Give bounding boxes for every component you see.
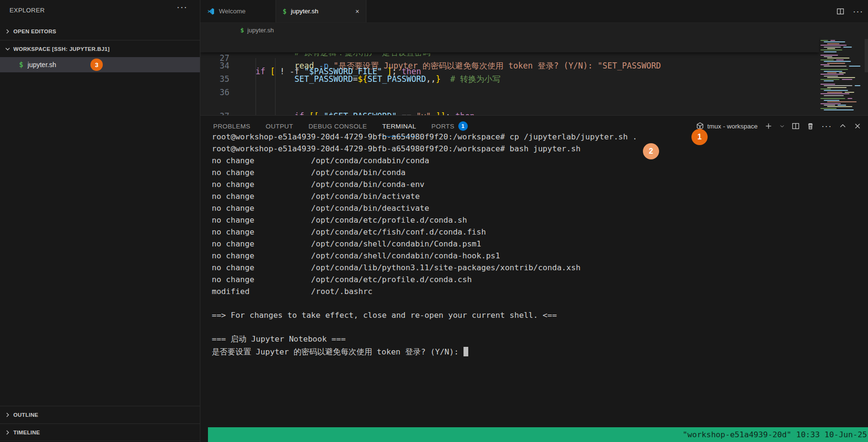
terminal-line: 是否要设置 Jupyter 的密码以避免每次使用 token 登录? (Y/N)… xyxy=(212,345,868,357)
terminal-line: ==> For changes to take effect, close an… xyxy=(212,309,868,321)
tab-welcome-label: Welcome xyxy=(219,8,246,15)
sidebar-section-open-editors[interactable]: OPEN EDITORS xyxy=(0,23,200,40)
minimap-line xyxy=(820,55,838,56)
panel-tab-label: TERMINAL xyxy=(382,123,416,130)
terminal-line: no change /opt/conda/bin/conda-env xyxy=(212,178,868,190)
minimap-line xyxy=(842,79,852,80)
panel-tab-label: DEBUG CONSOLE xyxy=(308,123,367,130)
minimap-line xyxy=(820,69,848,70)
explorer-title: EXPLORER xyxy=(10,7,45,14)
code-row: 36 xyxy=(200,86,819,99)
panel-more-icon[interactable]: ··· xyxy=(821,122,832,130)
minimap-line xyxy=(824,51,837,52)
terminal-line: no change /opt/conda/shell/condabin/Cond… xyxy=(212,238,868,250)
maximize-panel-chevron-up-icon[interactable] xyxy=(839,122,847,130)
breadcrumb[interactable]: $ jupyter.sh xyxy=(200,23,868,37)
editor-scrollbar[interactable] xyxy=(865,39,868,72)
kill-terminal-trash-icon[interactable] xyxy=(807,122,814,130)
terminal-line: === 启动 Jupyter Notebook === xyxy=(212,333,868,345)
outline-label: OUTLINE xyxy=(13,412,39,418)
code-row: # 原有逻辑：提示用户 是否设置密码 xyxy=(200,53,819,59)
tmux-status-bar: [0] 0:bash* "workshop-e51a4939-20d" 10:3… xyxy=(208,427,868,442)
minimap-line xyxy=(824,85,852,86)
terminal-profile-select[interactable]: $ tmux - workspace xyxy=(696,122,758,130)
code-token: if xyxy=(256,67,270,76)
explorer-more-icon[interactable]: ··· xyxy=(177,3,187,10)
annotation-badge-2: 2 xyxy=(643,143,659,159)
tab-welcome[interactable]: Welcome xyxy=(200,0,276,22)
sticky-scroll-line[interactable]: 27 if [ ! -f "$PASSWORD_FILE" ]; then xyxy=(200,37,819,52)
minimap-line xyxy=(824,95,844,96)
minimap-line xyxy=(824,80,834,81)
shell-file-icon: $ xyxy=(283,8,286,15)
minimap-line xyxy=(843,47,852,48)
code-editor[interactable]: 27 if [ ! -f "$PASSWORD_FILE" ]; then # … xyxy=(200,37,868,115)
shell-file-icon: $ xyxy=(19,60,23,69)
code-token: then xyxy=(455,111,475,115)
vscode-window: EXPLORER ··· OPEN EDITORS WORKSPACE [SSH… xyxy=(0,0,868,442)
minimap-line xyxy=(827,106,852,107)
terminal-line: no change /opt/conda/bin/deactivate xyxy=(212,202,868,214)
sidebar-section-workspace[interactable]: WORKSPACE [SSH: JUPYTER.BJ1] xyxy=(0,41,200,57)
sidebar-section-timeline[interactable]: TIMELINE xyxy=(0,423,200,441)
code-token: ]] xyxy=(436,111,445,115)
minimap-line xyxy=(848,98,852,99)
split-editor-icon[interactable] xyxy=(837,8,844,15)
breadcrumb-file: jupyter.sh xyxy=(247,27,274,34)
code-viewport: # 原有逻辑：提示用户 是否设置密码34read -p "是否要设置 Jupyt… xyxy=(200,53,819,115)
minimap-line xyxy=(830,40,835,41)
minimap-line xyxy=(827,43,839,44)
timeline-label: TIMELINE xyxy=(13,430,40,435)
minimap-line xyxy=(824,41,845,42)
terminal-line: no change /opt/conda/bin/conda xyxy=(212,167,868,178)
minimap-line xyxy=(820,59,834,60)
tab-jupyter-sh[interactable]: $ jupyter.sh × xyxy=(276,0,366,22)
close-panel-icon[interactable] xyxy=(854,122,861,130)
code-token: # 转换为小写 xyxy=(450,74,500,84)
minimap-line xyxy=(827,72,837,73)
tmux-host-clock: "workshop-e51a4939-20d" 10:33 10-Jun-25 xyxy=(683,427,867,442)
editor-more-icon[interactable]: ··· xyxy=(853,8,863,15)
split-terminal-icon[interactable] xyxy=(792,122,799,130)
terminal-output[interactable]: root@workshop-e51a4939-20d4-4729-9bfb-a6… xyxy=(212,131,868,442)
minimap-line xyxy=(820,49,842,50)
chevron-right-icon xyxy=(4,411,11,419)
terminal-line xyxy=(212,297,868,309)
code-token: # 原有逻辑：提示用户 是否设置密码 xyxy=(295,53,431,57)
minimap-line xyxy=(824,66,847,67)
bottom-panel: PROBLEMSOUTPUTDEBUG CONSOLETERMINALPORTS… xyxy=(200,115,868,442)
code-token: "$PASSWORD_FILE" xyxy=(304,67,382,76)
sidebar-section-outline[interactable]: OUTLINE xyxy=(0,406,200,423)
chevron-down-icon[interactable] xyxy=(779,122,785,130)
code-token: SET_PASSWORD xyxy=(602,61,661,70)
terminal-line xyxy=(212,321,868,333)
minimap-line xyxy=(845,92,854,93)
new-terminal-icon[interactable] xyxy=(765,122,772,130)
terminal-line: root@workshop-e51a4939-20d4-4729-9bfb-a6… xyxy=(212,143,868,155)
code-token: ; xyxy=(445,111,455,115)
minimap-line xyxy=(820,84,835,85)
shell-file-icon: $ xyxy=(240,27,244,34)
code-token xyxy=(319,111,324,115)
code-token: "$SET_PASSWORD" xyxy=(324,111,397,115)
workspace-label: WORKSPACE [SSH: JUPYTER.BJ1] xyxy=(13,46,109,52)
tab-close-icon[interactable]: × xyxy=(355,8,359,15)
minimap-line xyxy=(827,58,849,59)
minimap-line xyxy=(820,103,841,104)
minimap-line xyxy=(820,98,845,99)
minimap-line xyxy=(827,87,847,88)
minimap-line xyxy=(824,100,839,101)
minimap[interactable] xyxy=(820,39,864,114)
terminal-line: no change /opt/conda/condabin/conda xyxy=(212,155,868,167)
code-token xyxy=(382,67,387,76)
terminal-line: no change /opt/conda/bin/activate xyxy=(212,190,868,202)
terminal-line: no change /opt/conda/etc/fish/conf.d/con… xyxy=(212,226,868,238)
code-token: [ xyxy=(270,67,275,76)
minimap-line xyxy=(820,79,839,80)
minimap-line xyxy=(820,108,837,109)
code-row: 37if [[ "$SET_PASSWORD" == "y" ]]; then xyxy=(200,109,819,115)
line-number: 27 xyxy=(200,51,229,65)
main-area: Welcome $ jupyter.sh × ··· $ jupyter.sh … xyxy=(200,0,868,442)
file-name: jupyter.sh xyxy=(28,61,56,69)
line-number: 37 xyxy=(200,109,229,115)
